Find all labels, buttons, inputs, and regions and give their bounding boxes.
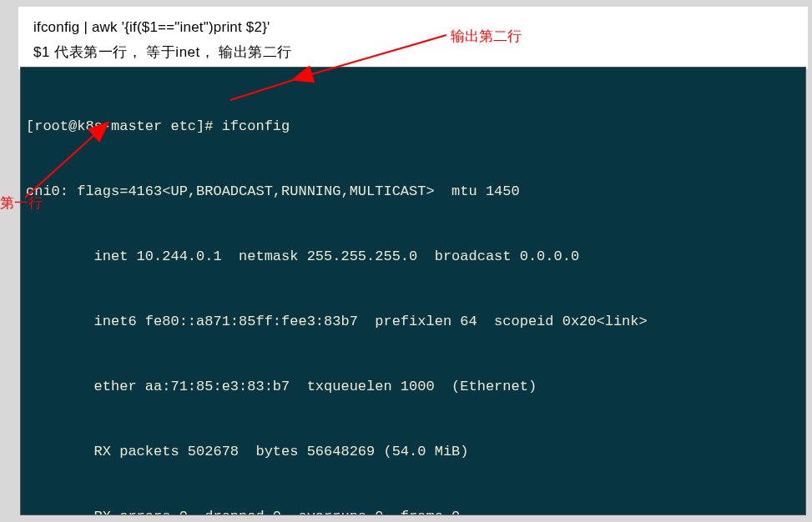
terminal-window[interactable]: [root@k8s-master etc]# ifconfig cni0: fl… [20,67,806,515]
explain-text: $1 代表第一行， 等于inet， 输出第二行 [33,42,793,63]
command-text: ifconfig | awk '{if($1=="inet")print $2}… [33,17,793,38]
terminal-line: inet6 fe80::a871:85ff:fee3:83b7 prefixle… [26,311,800,333]
terminal-line: ether aa:71:85:e3:83:b7 txqueuelen 1000 … [26,376,800,398]
terminal-line: inet 10.244.0.1 netmask 255.255.255.0 br… [26,246,800,268]
document-area: ifconfig | awk '{if($1=="inet")print $2}… [18,7,808,69]
terminal-line: cni0: flags=4163<UP,BROADCAST,RUNNING,MU… [26,181,800,203]
terminal-prompt: [root@k8s-master etc]# ifconfig [26,116,800,138]
terminal-line: RX packets 502678 bytes 56648269 (54.0 M… [26,441,800,463]
terminal-line: RX errors 0 dropped 0 overruns 0 frame 0 [26,506,800,515]
doc-text-block: ifconfig | awk '{if($1=="inet")print $2}… [18,7,808,69]
